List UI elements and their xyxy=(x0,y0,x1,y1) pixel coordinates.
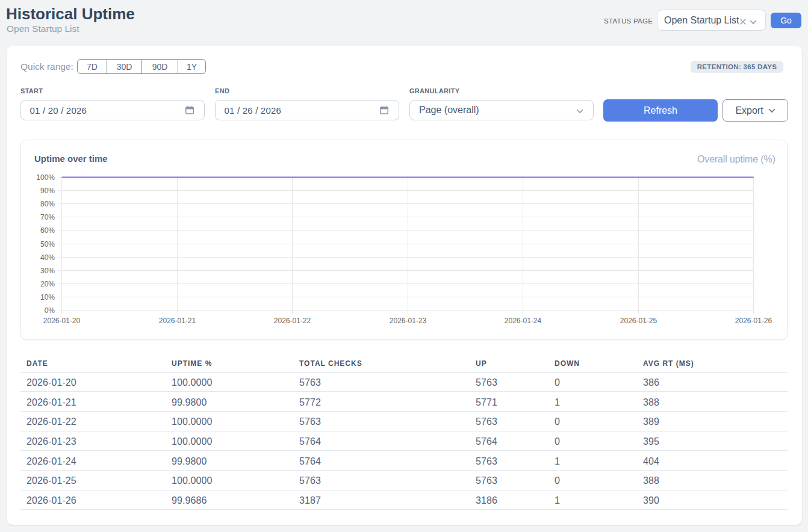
svg-text:2026-01-22: 2026-01-22 xyxy=(274,317,311,325)
svg-text:90%: 90% xyxy=(40,187,55,195)
svg-text:30%: 30% xyxy=(40,267,55,275)
svg-text:100%: 100% xyxy=(36,173,55,182)
svg-text:2026-01-21: 2026-01-21 xyxy=(159,317,196,325)
svg-text:2026-01-20: 2026-01-20 xyxy=(43,317,81,325)
svg-text:2026-01-25: 2026-01-25 xyxy=(620,317,657,325)
svg-text:0%: 0% xyxy=(45,306,55,315)
svg-text:2026-01-26: 2026-01-26 xyxy=(735,317,772,325)
svg-text:80%: 80% xyxy=(40,200,55,208)
svg-text:10%: 10% xyxy=(40,293,55,302)
svg-text:2026-01-24: 2026-01-24 xyxy=(505,317,542,325)
svg-text:2026-01-23: 2026-01-23 xyxy=(390,317,427,325)
svg-text:70%: 70% xyxy=(40,213,55,221)
svg-text:60%: 60% xyxy=(40,226,55,235)
svg-text:40%: 40% xyxy=(40,253,55,262)
svg-text:50%: 50% xyxy=(40,240,55,249)
svg-text:20%: 20% xyxy=(40,280,55,288)
